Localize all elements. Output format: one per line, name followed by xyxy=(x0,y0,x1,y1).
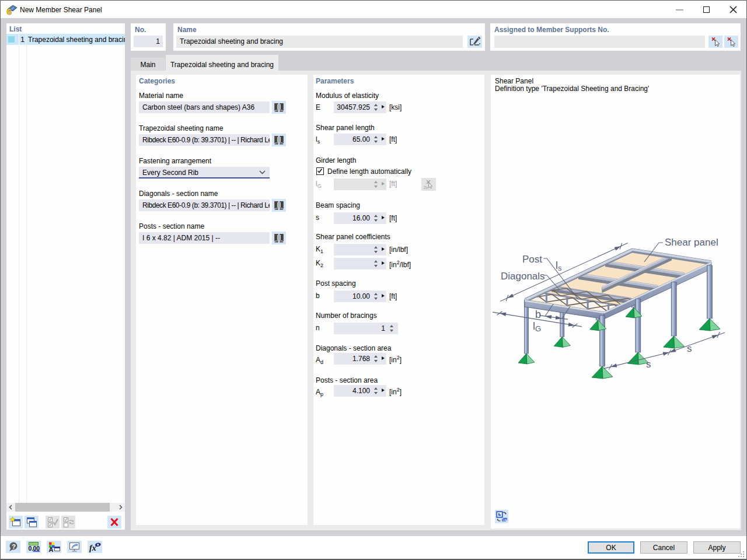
svg-text:?: ? xyxy=(12,543,16,550)
svg-text:Shear panel: Shear panel xyxy=(665,237,718,248)
svg-text:Diagonals: Diagonals xyxy=(501,271,545,282)
svg-text:A: A xyxy=(49,546,54,553)
svg-text:00: 00 xyxy=(33,545,40,552)
svg-text:s: s xyxy=(646,359,651,370)
svg-text:Post: Post xyxy=(522,254,542,265)
svg-text:ls: ls xyxy=(556,260,562,272)
svg-text:b: b xyxy=(535,309,541,320)
svg-text:2x: 2x xyxy=(424,186,428,190)
svg-text:s: s xyxy=(687,343,692,354)
svg-text:6: 6 xyxy=(7,6,12,16)
svg-text:lG: lG xyxy=(533,320,541,333)
